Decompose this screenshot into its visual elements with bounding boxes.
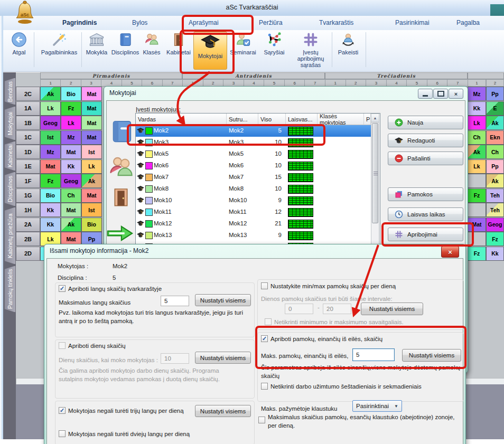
grid-cell[interactable]: Ak bbox=[486, 174, 504, 188]
ribbon-button-pakeisti[interactable]: Pakeisti bbox=[334, 32, 362, 69]
grid-cell[interactable] bbox=[468, 174, 486, 188]
grid-cell[interactable]: Ist bbox=[81, 145, 102, 159]
teacher-row-mok7[interactable]: Mok7Mok715 bbox=[136, 172, 371, 183]
green-arrow-icon[interactable] bbox=[106, 223, 134, 243]
apribojimai-button[interactable]: Apribojimai bbox=[388, 228, 463, 241]
question-zone-checkbox[interactable] bbox=[258, 417, 265, 423]
grid-cell[interactable]: Mz bbox=[40, 145, 61, 159]
grid-cell[interactable]: Lk bbox=[468, 116, 486, 130]
grid-cell[interactable]: Lk bbox=[61, 116, 81, 130]
days-count-input[interactable]: 10 bbox=[161, 353, 189, 364]
grid-cell[interactable]: Mat bbox=[81, 87, 102, 101]
question-mark-dropdown[interactable]: Pasirinktinai▼ bbox=[352, 400, 402, 412]
menu-tab-per-i-ra[interactable]: Peržiūra bbox=[259, 19, 283, 26]
discipline-book-icon[interactable] bbox=[109, 118, 134, 145]
scrollbar-thumb[interactable] bbox=[372, 123, 378, 223]
grid-cell[interactable]: Lk bbox=[468, 159, 486, 174]
grid-cell[interactable]: Ak bbox=[61, 218, 81, 232]
set-all-minmax-button[interactable]: Nustatyti visiems bbox=[361, 303, 423, 315]
ribbon-button-klas-s[interactable]: Klasės bbox=[139, 32, 164, 69]
max-windows-input[interactable]: 5 bbox=[161, 296, 189, 306]
grid-cell[interactable]: Mat bbox=[81, 188, 102, 203]
minmax-checkbox[interactable] bbox=[261, 282, 268, 289]
grid-cell[interactable]: E bbox=[486, 101, 504, 116]
max-consecutive-input[interactable]: 5 bbox=[352, 348, 395, 361]
grid-cell[interactable]: Mat bbox=[61, 203, 81, 217]
grid-cell[interactable]: Fz bbox=[468, 247, 486, 261]
grid-cell[interactable]: Kk bbox=[40, 218, 61, 232]
grid-cell[interactable]: Geog bbox=[61, 174, 81, 188]
no-two-windows-checkbox[interactable] bbox=[59, 430, 66, 437]
menu-tab-tvarkara-tis[interactable]: Tvarkaraštis bbox=[319, 19, 353, 26]
grid-cell[interactable] bbox=[468, 232, 486, 246]
teacher-row-mok12[interactable]: Mok12Mok1221 bbox=[136, 218, 371, 230]
grid-cell[interactable]: Teh bbox=[486, 203, 504, 217]
ribbon-button-pagalbininkas[interactable]: Pagalbininkas bbox=[37, 32, 81, 69]
grid-cell[interactable]: Mz bbox=[468, 87, 486, 101]
menu-tab-bylos[interactable]: Bylos bbox=[132, 19, 147, 26]
set-all-windows-button[interactable]: Nustatyti visiems bbox=[195, 294, 251, 306]
menu-tab-pasirinkimai[interactable]: Pasirinkimai bbox=[395, 19, 430, 26]
grid-cell[interactable]: Bio bbox=[61, 87, 81, 101]
no-three-windows-checkbox[interactable]: ✓ bbox=[59, 407, 66, 414]
ribbon-button-mokykla[interactable]: Mokykla bbox=[83, 32, 110, 69]
grid-cell[interactable]: Ch bbox=[468, 130, 486, 145]
close-icon[interactable]: × bbox=[441, 246, 459, 258]
grid-cell[interactable]: Ch bbox=[486, 145, 504, 159]
grid-cell[interactable]: Pp bbox=[486, 159, 504, 174]
grid-cell[interactable]: Fz bbox=[468, 188, 486, 203]
min-lessons-input[interactable]: 0 bbox=[285, 304, 313, 314]
grid-cell[interactable]: Mat bbox=[81, 130, 102, 145]
ribbon-button-seminarai[interactable]: Seminarai bbox=[228, 32, 258, 69]
grid-cell[interactable]: Kk bbox=[61, 159, 81, 174]
pamokos-button[interactable]: Pamokos bbox=[388, 187, 463, 201]
ribbon-button-s-ry-iai[interactable]: Sąryšiai bbox=[258, 32, 291, 69]
limit-consecutive-checkbox[interactable]: ✓ bbox=[261, 335, 268, 342]
sidebar-tab-bendras[interactable]: Bendras bbox=[4, 78, 16, 105]
nauja-button[interactable]: Nauja bbox=[388, 116, 463, 129]
laisvas-laikas-button[interactable]: Laisvas laikas bbox=[388, 207, 463, 221]
teacher-row-mok10[interactable]: Mok10Mok109 bbox=[136, 195, 371, 206]
grid-cell[interactable]: Fz bbox=[40, 174, 61, 188]
classes-people-icon[interactable] bbox=[107, 154, 135, 181]
limit-days-checkbox[interactable] bbox=[59, 342, 66, 349]
grid-cell[interactable]: Ak bbox=[40, 87, 61, 101]
grid-cell[interactable]: Lk bbox=[81, 159, 102, 174]
ribbon-button-mokytojai[interactable]: Mokytojai bbox=[193, 32, 227, 70]
column-header-vardas[interactable]: Vardas bbox=[136, 114, 227, 125]
grid-cell[interactable]: Kk bbox=[468, 101, 486, 116]
teacher-row-mok6[interactable]: Mok6Mok610 bbox=[136, 160, 371, 172]
grid-cell[interactable]: Ak bbox=[486, 116, 504, 130]
ribbon-button-disciplinos[interactable]: Disciplinos bbox=[111, 32, 139, 69]
teacher-row-mok8[interactable]: Mok8Mok810 bbox=[136, 183, 371, 195]
ribbon-button-vest-apribojim-s-ra-as[interactable]: Įvestų apribojimų sąrašas bbox=[291, 32, 331, 69]
grid-cell[interactable]: Ak bbox=[81, 174, 102, 188]
grid-cell[interactable]: Kk bbox=[40, 203, 61, 217]
set-all-days-button[interactable]: Nustatyti visiems bbox=[195, 352, 251, 364]
grid-cell[interactable]: Mz bbox=[61, 130, 81, 145]
column-header-p[interactable]: P bbox=[364, 114, 371, 125]
set-all-consecutive-button[interactable]: Nustatyti visiems bbox=[402, 349, 461, 362]
grid-cell[interactable]: Mat bbox=[40, 159, 61, 174]
sidebar-tab-disciplinos[interactable]: Disciplinos bbox=[4, 172, 16, 206]
grid-cell[interactable]: Ist bbox=[81, 203, 102, 217]
grid-cell[interactable]: Ist bbox=[40, 130, 61, 145]
grid-cell[interactable]: Geog bbox=[486, 218, 504, 232]
column-header-viso[interactable]: Viso bbox=[258, 114, 286, 125]
menu-tab-apra-ymai[interactable]: Aprašymai bbox=[189, 19, 219, 26]
column-header-sutru[interactable]: Sutru... bbox=[227, 114, 258, 125]
teacher-row-mok2[interactable]: Mok2Mok25 bbox=[136, 125, 371, 137]
grid-cell[interactable]: Fz bbox=[486, 232, 504, 246]
grid-cell[interactable]: Bio bbox=[81, 218, 102, 232]
set-all-three-windows-button[interactable]: Nustatyti visiems bbox=[195, 405, 251, 417]
minimize-button[interactable] bbox=[418, 89, 433, 99]
column-header-laisvas[interactable]: Laisvas... bbox=[286, 114, 318, 125]
grid-cell[interactable]: Kk bbox=[486, 247, 504, 261]
grid-cell[interactable]: Fz bbox=[61, 101, 81, 116]
grid-cell[interactable]: Lk bbox=[40, 101, 61, 116]
menu-tab-pagalba[interactable]: Pagalba bbox=[456, 19, 480, 26]
teacher-row-mok11[interactable]: Mok11Mok1112 bbox=[136, 206, 371, 218]
skip-weekend-minmax-checkbox[interactable] bbox=[265, 318, 272, 325]
grid-cell[interactable]: Bio bbox=[40, 188, 61, 203]
redaguoti-button[interactable]: Redaguoti bbox=[388, 134, 463, 147]
